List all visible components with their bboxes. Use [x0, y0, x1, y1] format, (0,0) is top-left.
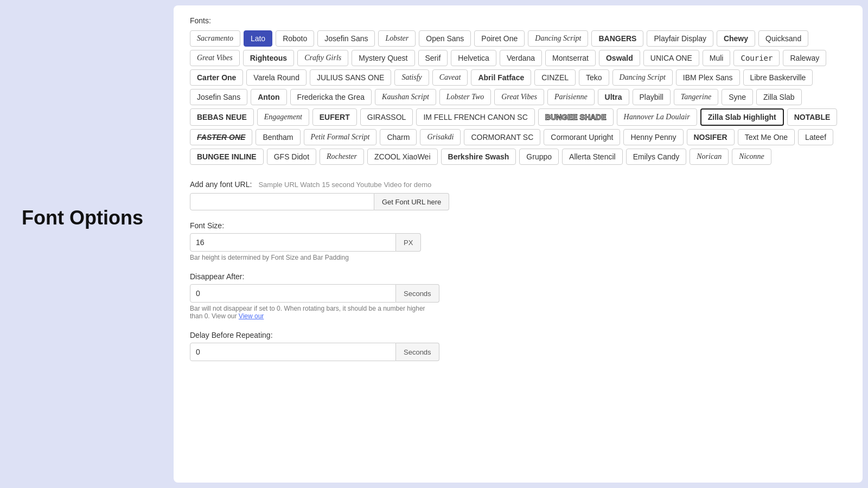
font-button[interactable]: CINZEL: [534, 69, 576, 86]
font-button[interactable]: Niconne: [732, 149, 771, 165]
add-font-input[interactable]: [190, 193, 374, 210]
font-button[interactable]: Grisakdi: [420, 129, 461, 145]
font-button[interactable]: Great Vibes: [494, 89, 544, 105]
font-button[interactable]: Cormorant Upright: [544, 129, 620, 145]
font-button[interactable]: Josefin Sans: [317, 30, 375, 47]
font-button[interactable]: Rochester: [320, 149, 364, 165]
disappear-input[interactable]: [190, 284, 396, 303]
font-button[interactable]: Mystery Quest: [352, 50, 414, 66]
font-button[interactable]: Lobster: [378, 30, 416, 47]
font-button[interactable]: Righteous: [243, 50, 294, 66]
font-button[interactable]: Playbill: [633, 89, 671, 105]
font-button[interactable]: Fredericka the Grea: [290, 89, 372, 105]
get-font-url-button[interactable]: Get Font URL here: [374, 193, 449, 210]
font-button[interactable]: Syne: [722, 89, 753, 105]
font-button[interactable]: Norican: [690, 149, 729, 165]
font-button[interactable]: BEBAS NEUE: [190, 108, 254, 126]
font-button[interactable]: Sacramento: [190, 30, 240, 47]
font-button[interactable]: IBM Plex Sans: [676, 69, 740, 86]
font-button[interactable]: ZCOOL XiaoWei: [367, 149, 437, 165]
page-title: Font Options: [22, 206, 152, 229]
font-grid: SacramentoLatoRobotoJosefin SansLobsterO…: [190, 30, 846, 165]
font-button[interactable]: Lato: [244, 30, 272, 47]
add-font-row: Get Font URL here: [190, 193, 846, 210]
font-button[interactable]: Libre Baskerville: [743, 69, 813, 86]
font-button[interactable]: Montserrat: [545, 50, 596, 66]
font-button[interactable]: EUFERT: [312, 108, 357, 126]
disappear-row: Seconds: [190, 284, 846, 303]
font-button[interactable]: Tangerine: [674, 89, 718, 105]
font-button[interactable]: Playfair Display: [647, 30, 713, 47]
font-button[interactable]: Bentham: [256, 129, 300, 145]
font-button[interactable]: Oswald: [599, 50, 640, 66]
font-button[interactable]: Satisfy: [394, 69, 429, 86]
delay-input[interactable]: [190, 343, 396, 361]
font-button[interactable]: Varela Round: [246, 69, 307, 86]
font-button[interactable]: JULIUS SANS ONE: [310, 69, 391, 86]
font-button[interactable]: IM FELL FRENCH CANON SC: [416, 108, 534, 126]
font-button[interactable]: Dancing Script: [612, 69, 673, 86]
font-size-section: Font Size: PX Bar height is determined b…: [190, 221, 846, 261]
font-button[interactable]: Quicksand: [758, 30, 808, 47]
sidebar: Font Options: [0, 0, 174, 229]
font-size-label: Font Size:: [190, 221, 846, 230]
main-panel: Fonts: SacramentoLatoRobotoJosefin SansL…: [174, 5, 863, 483]
font-button[interactable]: Zilla Slab Highlight: [700, 108, 784, 126]
font-button[interactable]: GFS Didot: [267, 149, 316, 165]
font-button[interactable]: Parisienne: [547, 89, 595, 105]
font-button[interactable]: Kaushan Script: [375, 89, 436, 105]
fonts-label: Fonts:: [190, 16, 846, 25]
font-button[interactable]: UNICA ONE: [643, 50, 699, 66]
font-button[interactable]: Caveat: [432, 69, 468, 86]
font-button[interactable]: Chewy: [717, 30, 755, 47]
font-button[interactable]: Raleway: [783, 50, 826, 66]
font-button[interactable]: Poiret One: [474, 30, 525, 47]
font-button[interactable]: Abril Fatface: [471, 69, 531, 86]
view-our-link[interactable]: View our: [239, 312, 264, 320]
font-button[interactable]: NOSIFER: [687, 129, 735, 145]
font-button[interactable]: Hannover La Doulair: [617, 108, 697, 126]
font-button[interactable]: Crafty Girls: [297, 50, 348, 66]
add-font-section: Add any font URL: Sample URL Watch 15 se…: [190, 180, 846, 210]
font-button[interactable]: Henny Penny: [623, 129, 683, 145]
font-button[interactable]: Josefin Sans: [190, 89, 247, 105]
font-button[interactable]: Serif: [418, 50, 448, 66]
font-button[interactable]: Charm: [380, 129, 417, 145]
font-button[interactable]: Text Me One: [738, 129, 795, 145]
font-button[interactable]: Petit Formal Script: [304, 129, 377, 145]
font-button[interactable]: BUNGEE SHADE: [538, 108, 614, 126]
font-button[interactable]: Lateef: [798, 129, 833, 145]
font-button[interactable]: Muli: [703, 50, 731, 66]
font-button[interactable]: Great Vibes: [190, 50, 240, 66]
font-button[interactable]: Engagement: [257, 108, 309, 126]
font-button[interactable]: Emilys Candy: [626, 149, 687, 165]
font-button[interactable]: Gruppo: [519, 149, 559, 165]
font-button[interactable]: Allerta Stencil: [562, 149, 623, 165]
font-button[interactable]: NOTABLE: [787, 108, 838, 126]
font-button[interactable]: Lobster Two: [439, 89, 491, 105]
font-button[interactable]: Zilla Slab: [756, 89, 802, 105]
delay-section: Delay Before Repeating: Seconds: [190, 331, 846, 361]
font-button[interactable]: Roboto: [276, 30, 314, 47]
font-button[interactable]: Open Sans: [419, 30, 471, 47]
font-button[interactable]: Helvetica: [451, 50, 496, 66]
delay-label: Delay Before Repeating:: [190, 331, 846, 339]
add-font-hint: Sample URL Watch 15 second Youtube Video…: [258, 181, 431, 189]
font-button[interactable]: CORMORANT SC: [464, 129, 540, 145]
font-button[interactable]: FASTER ONE: [190, 129, 252, 145]
font-button[interactable]: Berkshire Swash: [441, 149, 516, 165]
font-button[interactable]: Courier: [733, 50, 780, 66]
disappear-helper: Bar will not disappear if set to 0. When…: [190, 305, 429, 320]
font-button[interactable]: GIRASSOL: [360, 108, 413, 126]
font-button[interactable]: Carter One: [190, 69, 243, 86]
font-button[interactable]: Ultra: [598, 89, 629, 105]
delay-unit: Seconds: [396, 343, 439, 361]
font-button[interactable]: Teko: [579, 69, 609, 86]
font-button[interactable]: Verdana: [500, 50, 542, 66]
font-button[interactable]: BUNGEE INLINE: [190, 149, 264, 165]
font-button[interactable]: Anton: [251, 89, 286, 105]
font-size-unit: PX: [396, 233, 421, 252]
font-size-input[interactable]: [190, 233, 396, 252]
font-button[interactable]: BANGERS: [591, 30, 643, 47]
font-button[interactable]: Dancing Script: [528, 30, 588, 47]
